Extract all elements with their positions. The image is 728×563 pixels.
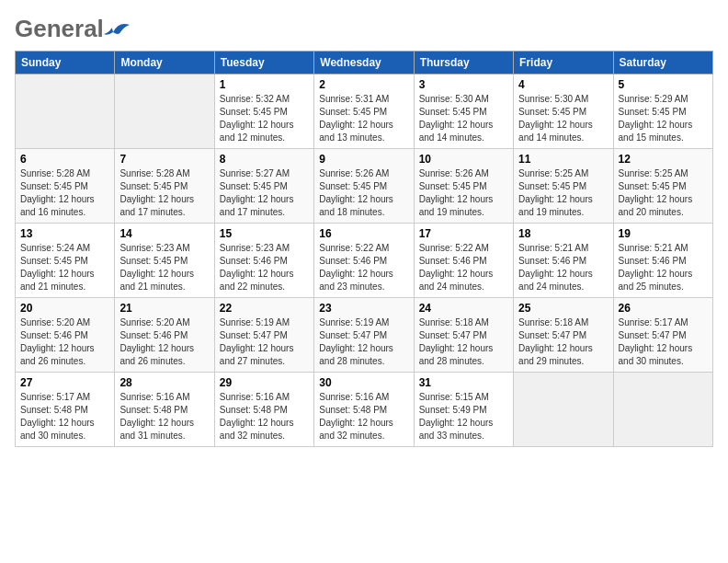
calendar-cell: 1Sunrise: 5:32 AM Sunset: 5:45 PM Daylig…: [214, 75, 313, 149]
calendar-header-row: SundayMondayTuesdayWednesdayThursdayFrid…: [16, 52, 713, 75]
calendar-cell: 23Sunrise: 5:19 AM Sunset: 5:47 PM Dayli…: [314, 298, 414, 373]
calendar-week-row: 27Sunrise: 5:17 AM Sunset: 5:48 PM Dayli…: [16, 373, 713, 447]
day-number: 23: [319, 302, 408, 315]
day-number: 28: [119, 376, 209, 389]
day-number: 26: [619, 302, 708, 315]
day-number: 3: [419, 78, 508, 91]
day-info: Sunrise: 5:22 AM Sunset: 5:46 PM Dayligh…: [419, 242, 508, 293]
day-info: Sunrise: 5:17 AM Sunset: 5:48 PM Dayligh…: [20, 391, 109, 442]
calendar-cell: 29Sunrise: 5:16 AM Sunset: 5:48 PM Dayli…: [214, 373, 313, 447]
calendar-cell: 16Sunrise: 5:22 AM Sunset: 5:46 PM Dayli…: [314, 224, 414, 298]
calendar-cell: 9Sunrise: 5:26 AM Sunset: 5:45 PM Daylig…: [314, 149, 414, 224]
calendar-cell: 10Sunrise: 5:26 AM Sunset: 5:45 PM Dayli…: [414, 149, 513, 224]
calendar-cell: [613, 373, 712, 447]
day-number: 8: [220, 153, 309, 166]
day-info: Sunrise: 5:19 AM Sunset: 5:47 PM Dayligh…: [319, 316, 408, 368]
day-info: Sunrise: 5:19 AM Sunset: 5:47 PM Dayligh…: [220, 316, 309, 368]
day-info: Sunrise: 5:21 AM Sunset: 5:46 PM Dayligh…: [518, 242, 608, 293]
logo-bird-icon: [104, 19, 130, 40]
day-number: 24: [419, 302, 508, 315]
calendar-cell: 31Sunrise: 5:15 AM Sunset: 5:49 PM Dayli…: [414, 373, 513, 447]
day-info: Sunrise: 5:27 AM Sunset: 5:45 PM Dayligh…: [220, 167, 309, 219]
column-header-tuesday: Tuesday: [214, 52, 313, 75]
calendar-cell: 20Sunrise: 5:20 AM Sunset: 5:46 PM Dayli…: [16, 298, 115, 373]
calendar-cell: 26Sunrise: 5:17 AM Sunset: 5:47 PM Dayli…: [613, 298, 712, 373]
day-info: Sunrise: 5:15 AM Sunset: 5:49 PM Dayligh…: [419, 391, 508, 442]
day-number: 12: [619, 153, 708, 166]
day-info: Sunrise: 5:28 AM Sunset: 5:45 PM Dayligh…: [119, 167, 209, 219]
day-info: Sunrise: 5:20 AM Sunset: 5:46 PM Dayligh…: [119, 316, 209, 368]
day-info: Sunrise: 5:25 AM Sunset: 5:45 PM Dayligh…: [518, 167, 608, 219]
day-number: 15: [220, 227, 309, 240]
calendar-week-row: 1Sunrise: 5:32 AM Sunset: 5:45 PM Daylig…: [16, 75, 713, 149]
day-info: Sunrise: 5:23 AM Sunset: 5:45 PM Dayligh…: [119, 242, 209, 293]
calendar-cell: 17Sunrise: 5:22 AM Sunset: 5:46 PM Dayli…: [414, 224, 513, 298]
calendar-cell: 11Sunrise: 5:25 AM Sunset: 5:45 PM Dayli…: [514, 149, 613, 224]
day-info: Sunrise: 5:16 AM Sunset: 5:48 PM Dayligh…: [119, 391, 209, 442]
calendar-cell: 30Sunrise: 5:16 AM Sunset: 5:48 PM Dayli…: [314, 373, 414, 447]
calendar-cell: 21Sunrise: 5:20 AM Sunset: 5:46 PM Dayli…: [115, 298, 214, 373]
calendar-cell: 7Sunrise: 5:28 AM Sunset: 5:45 PM Daylig…: [115, 149, 214, 224]
day-info: Sunrise: 5:17 AM Sunset: 5:47 PM Dayligh…: [619, 316, 708, 368]
day-number: 7: [119, 153, 209, 166]
day-info: Sunrise: 5:23 AM Sunset: 5:46 PM Dayligh…: [220, 242, 309, 293]
column-header-sunday: Sunday: [16, 52, 115, 75]
day-info: Sunrise: 5:30 AM Sunset: 5:45 PM Dayligh…: [518, 93, 608, 144]
calendar-cell: 4Sunrise: 5:30 AM Sunset: 5:45 PM Daylig…: [514, 75, 613, 149]
day-number: 18: [518, 227, 608, 240]
day-info: Sunrise: 5:25 AM Sunset: 5:45 PM Dayligh…: [619, 167, 708, 219]
column-header-friday: Friday: [514, 52, 613, 75]
calendar-cell: 13Sunrise: 5:24 AM Sunset: 5:45 PM Dayli…: [16, 224, 115, 298]
day-number: 30: [319, 376, 408, 389]
calendar-cell: 27Sunrise: 5:17 AM Sunset: 5:48 PM Dayli…: [16, 373, 115, 447]
calendar-cell: [115, 75, 214, 149]
day-number: 10: [419, 153, 508, 166]
column-header-saturday: Saturday: [613, 52, 712, 75]
calendar-cell: 19Sunrise: 5:21 AM Sunset: 5:46 PM Dayli…: [613, 224, 712, 298]
calendar-cell: 18Sunrise: 5:21 AM Sunset: 5:46 PM Dayli…: [514, 224, 613, 298]
calendar-cell: 22Sunrise: 5:19 AM Sunset: 5:47 PM Dayli…: [214, 298, 313, 373]
calendar-table: SundayMondayTuesdayWednesdayThursdayFrid…: [15, 51, 713, 447]
day-info: Sunrise: 5:26 AM Sunset: 5:45 PM Dayligh…: [319, 167, 408, 219]
calendar-cell: 12Sunrise: 5:25 AM Sunset: 5:45 PM Dayli…: [613, 149, 712, 224]
page-header: General: [15, 15, 713, 43]
day-number: 19: [619, 227, 708, 240]
day-info: Sunrise: 5:29 AM Sunset: 5:45 PM Dayligh…: [619, 93, 708, 144]
day-number: 21: [119, 302, 209, 315]
column-header-wednesday: Wednesday: [314, 52, 414, 75]
day-number: 2: [319, 78, 408, 91]
day-number: 5: [619, 78, 708, 91]
day-number: 16: [319, 227, 408, 240]
day-info: Sunrise: 5:30 AM Sunset: 5:45 PM Dayligh…: [419, 93, 508, 144]
day-info: Sunrise: 5:26 AM Sunset: 5:45 PM Dayligh…: [419, 167, 508, 219]
calendar-week-row: 20Sunrise: 5:20 AM Sunset: 5:46 PM Dayli…: [16, 298, 713, 373]
day-number: 17: [419, 227, 508, 240]
day-info: Sunrise: 5:28 AM Sunset: 5:45 PM Dayligh…: [20, 167, 109, 219]
calendar-cell: 24Sunrise: 5:18 AM Sunset: 5:47 PM Dayli…: [414, 298, 513, 373]
day-number: 20: [20, 302, 109, 315]
day-info: Sunrise: 5:16 AM Sunset: 5:48 PM Dayligh…: [220, 391, 309, 442]
day-info: Sunrise: 5:21 AM Sunset: 5:46 PM Dayligh…: [619, 242, 708, 293]
day-number: 6: [20, 153, 109, 166]
day-number: 11: [518, 153, 608, 166]
day-info: Sunrise: 5:32 AM Sunset: 5:45 PM Dayligh…: [220, 93, 309, 144]
day-info: Sunrise: 5:31 AM Sunset: 5:45 PM Dayligh…: [319, 93, 408, 144]
calendar-cell: 14Sunrise: 5:23 AM Sunset: 5:45 PM Dayli…: [115, 224, 214, 298]
calendar-cell: 6Sunrise: 5:28 AM Sunset: 5:45 PM Daylig…: [16, 149, 115, 224]
day-number: 1: [220, 78, 309, 91]
day-number: 14: [119, 227, 209, 240]
day-number: 13: [20, 227, 109, 240]
calendar-cell: 5Sunrise: 5:29 AM Sunset: 5:45 PM Daylig…: [613, 75, 712, 149]
calendar-cell: [514, 373, 613, 447]
calendar-cell: 15Sunrise: 5:23 AM Sunset: 5:46 PM Dayli…: [214, 224, 313, 298]
calendar-cell: 3Sunrise: 5:30 AM Sunset: 5:45 PM Daylig…: [414, 75, 513, 149]
calendar-cell: 28Sunrise: 5:16 AM Sunset: 5:48 PM Dayli…: [115, 373, 214, 447]
day-info: Sunrise: 5:18 AM Sunset: 5:47 PM Dayligh…: [518, 316, 608, 368]
day-number: 9: [319, 153, 408, 166]
day-info: Sunrise: 5:18 AM Sunset: 5:47 PM Dayligh…: [419, 316, 508, 368]
calendar-week-row: 6Sunrise: 5:28 AM Sunset: 5:45 PM Daylig…: [16, 149, 713, 224]
calendar-week-row: 13Sunrise: 5:24 AM Sunset: 5:45 PM Dayli…: [16, 224, 713, 298]
calendar-cell: [16, 75, 115, 149]
logo: General: [15, 15, 133, 43]
day-number: 31: [419, 376, 508, 389]
